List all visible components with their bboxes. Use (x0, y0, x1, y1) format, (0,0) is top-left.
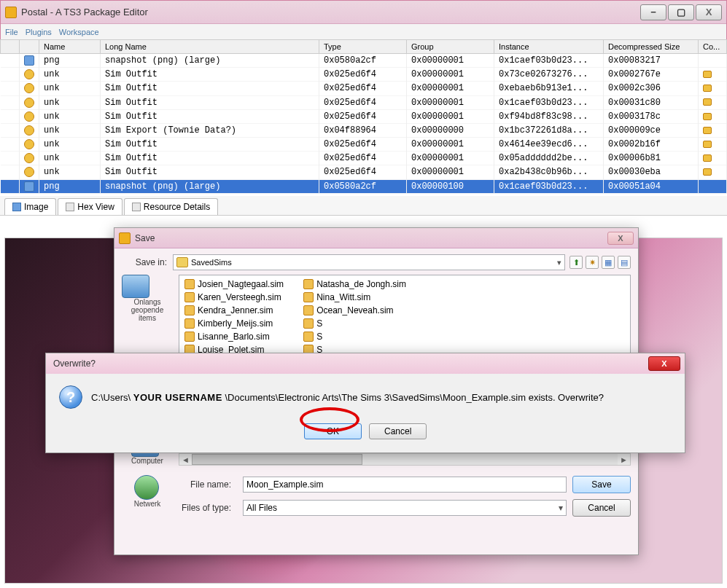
overwrite-cancel-button[interactable]: Cancel (369, 423, 427, 439)
view-list-icon[interactable]: ▦ (602, 256, 615, 269)
overwrite-close-button[interactable]: X (648, 356, 680, 371)
filetype-label: Files of type: (179, 503, 237, 513)
place-network[interactable]: Netwerk (134, 475, 161, 508)
scroll-thumb[interactable] (192, 454, 362, 465)
col-long[interactable]: Long Name (101, 40, 319, 54)
save-dialog-close-button[interactable]: X (607, 232, 634, 245)
list-item[interactable]: Kendra_Jenner.sim (182, 305, 288, 316)
savein-label: Save in: (122, 257, 173, 267)
table-row[interactable]: unkSim Outfit0x025ed6f40x000000010x4614e… (1, 138, 727, 152)
savein-value: SavedSims (191, 258, 232, 267)
list-item[interactable]: Ocean_Neveah.sim (301, 305, 408, 316)
tab-image[interactable]: Image (4, 198, 56, 215)
overwrite-dialog: Overwrite? X ? C:\Users\ YOUR USERNAME \… (45, 353, 685, 453)
col-icon[interactable] (1, 40, 20, 54)
minimize-button[interactable]: − (640, 4, 666, 20)
place-recent[interactable]: Onlangs geopende items (122, 275, 173, 322)
new-folder-icon[interactable]: ✷ (586, 256, 599, 269)
col-icon2[interactable] (20, 40, 39, 54)
question-icon: ? (59, 385, 82, 409)
table-row[interactable]: unkSim Outfit0x025ed6f40x000000010x05add… (1, 152, 727, 165)
list-item[interactable]: Natasha_de Jongh.sim (301, 278, 408, 290)
list-item[interactable]: Josien_Nagtegaal.sim (182, 278, 288, 290)
folder-icon (176, 257, 188, 267)
save-button[interactable]: Save (572, 476, 631, 493)
col-decomp[interactable]: Decompressed Size (604, 40, 699, 54)
list-item[interactable]: Kimberly_Meijs.sim (182, 318, 288, 329)
table-row[interactable]: pngsnapshot (png) (large)0x0580a2cf0x000… (1, 54, 727, 68)
app-icon (5, 7, 17, 18)
menu-file[interactable]: File (5, 28, 18, 36)
ok-button[interactable]: OK (304, 423, 362, 439)
close-button[interactable]: X (696, 4, 722, 20)
save-dialog-title: Save (135, 233, 607, 243)
package-icon (119, 232, 131, 244)
hex-icon (66, 203, 74, 211)
network-icon (134, 475, 159, 500)
recent-icon (122, 275, 149, 298)
table-row[interactable]: unkSim Outfit0x025ed6f40x000000010x1caef… (1, 95, 727, 109)
table-row[interactable]: unkSim Outfit0x025ed6f40x000000010xf94bd… (1, 109, 727, 123)
overwrite-title: Overwrite? (50, 358, 648, 369)
list-item[interactable]: S (301, 318, 408, 329)
menu-workspace[interactable]: Workspace (59, 28, 99, 36)
table-row[interactable]: unkSim Outfit0x025ed6f40x000000010xa2b43… (1, 165, 727, 179)
list-item[interactable]: Nina_Witt.sim (301, 291, 408, 303)
table-row[interactable]: unkSim Outfit0x025ed6f40x000000010xebaeb… (1, 82, 727, 95)
up-folder-icon[interactable]: ⬆ (569, 256, 583, 269)
save-cancel-button[interactable]: Cancel (572, 499, 631, 517)
maximize-button[interactable]: ▢ (668, 4, 694, 20)
col-instance[interactable]: Instance (494, 40, 604, 54)
col-comp[interactable]: Co... (699, 40, 727, 54)
scroll-left-icon[interactable]: ◄ (179, 455, 192, 464)
filename-label: File name: (179, 479, 237, 490)
scroll-right-icon[interactable]: ► (618, 455, 630, 464)
save-dialog-titlebar: Save X (114, 228, 638, 248)
list-item[interactable]: Karen_Versteegh.sim (182, 291, 288, 303)
menu-plugins[interactable]: Plugins (26, 28, 52, 36)
view-details-icon[interactable]: ▤ (618, 256, 631, 269)
tabs-row: Image Hex View Resource Details (0, 196, 727, 216)
file-scrollbar[interactable]: ◄ ► (179, 453, 631, 466)
window-title: Postal - A TS3 Package Editor (21, 7, 639, 17)
overwrite-message: C:\Users\ YOUR USERNAME \Documents\Elect… (91, 392, 604, 403)
tab-resource-details[interactable]: Resource Details (124, 198, 218, 215)
tab-hex[interactable]: Hex View (58, 198, 122, 215)
filetype-combo[interactable]: All Files▾ (243, 500, 567, 516)
title-bar: Postal - A TS3 Package Editor − ▢ X (1, 1, 726, 24)
col-name[interactable]: Name (39, 40, 101, 54)
resource-grid[interactable]: Name Long Name Type Group Instance Decom… (0, 39, 727, 194)
col-type[interactable]: Type (319, 40, 407, 54)
overwrite-titlebar: Overwrite? X (46, 353, 685, 374)
image-icon (12, 203, 21, 211)
table-row[interactable]: unkSim Export (Townie Data?)0x04f889640x… (1, 123, 727, 137)
table-row[interactable]: unkSim Outfit0x025ed6f40x000000010x73ce0… (1, 68, 727, 82)
savein-combo[interactable]: SavedSims (173, 254, 565, 270)
col-group[interactable]: Group (407, 40, 494, 54)
details-icon (132, 203, 141, 211)
filename-input[interactable] (243, 477, 567, 493)
list-item[interactable]: S (301, 331, 408, 342)
list-item[interactable]: Lisanne_Barlo.sim (182, 331, 288, 342)
table-row[interactable]: pngsnapshot (png) (large)0x0580a2cf0x000… (1, 179, 727, 193)
menu-bar: File Plugins Workspace (1, 24, 726, 40)
